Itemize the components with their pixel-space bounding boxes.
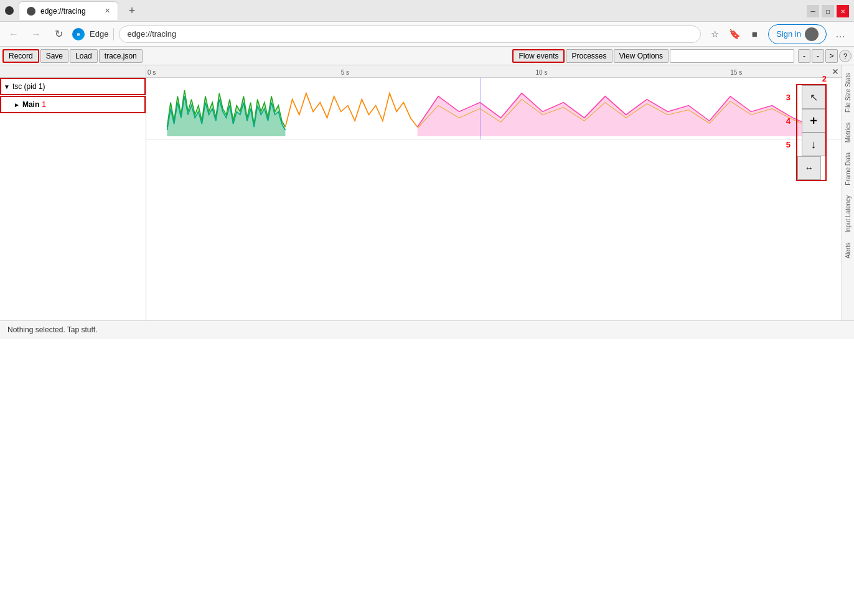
- url-text: edge://tracing: [127, 29, 176, 39]
- sign-in-label: Sign in: [776, 29, 801, 39]
- save-button[interactable]: Save: [40, 49, 68, 63]
- collections-button[interactable]: 🔖: [726, 26, 743, 43]
- reload-button[interactable]: ↻: [50, 26, 67, 43]
- maximize-button[interactable]: □: [822, 5, 834, 17]
- browser-tab[interactable]: edge://tracing ✕: [19, 1, 118, 20]
- right-sidebar: File Size Stats Metrics Frame Data Input…: [842, 65, 854, 320]
- status-bar: Nothing selected. Tap stuff.: [0, 320, 854, 339]
- nav-prev-button[interactable]: -: [798, 49, 810, 63]
- browser-window: edge://tracing ✕ + ─ □ ✕ ← → ↻ e Edge ed…: [0, 0, 854, 616]
- select-mode-button[interactable]: ↖: [802, 85, 825, 109]
- main-content: ▼ tsc (pid 1) ► Main 1 0 s 5 s 10 s 15 s: [0, 65, 854, 320]
- timeline-column: 0 s 5 s 10 s 15 s: [146, 65, 842, 320]
- browser-name-label: Edge: [90, 29, 108, 39]
- window-controls: ─ □ ✕: [807, 5, 849, 17]
- thread-expand-icon: ►: [14, 101, 20, 108]
- bottom-space: [0, 339, 854, 594]
- empty-trace-area: [146, 140, 842, 320]
- search-input[interactable]: [670, 49, 794, 63]
- tick-0s: 0 s: [148, 69, 156, 76]
- url-input[interactable]: edge://tracing: [119, 26, 701, 43]
- tick-5s: 5 s: [341, 69, 349, 76]
- left-panel: ▼ tsc (pid 1) ► Main 1: [0, 65, 146, 320]
- tick-10s: 10 s: [536, 69, 548, 76]
- timeline-ruler: 0 s 5 s 10 s 15 s: [146, 65, 842, 78]
- sign-in-button[interactable]: Sign in: [768, 24, 827, 44]
- number-label-5: 5: [786, 140, 791, 149]
- user-avatar: [805, 27, 819, 41]
- address-divider: [113, 28, 114, 40]
- toolbar-nav: - - >: [798, 49, 838, 63]
- expand-icon: ▼: [4, 83, 10, 90]
- zoom-in-button[interactable]: +: [802, 109, 825, 133]
- address-icons: ☆ 🔖 ■: [706, 26, 763, 43]
- processes-button[interactable]: Processes: [566, 49, 612, 63]
- view-options-button[interactable]: View Options: [614, 49, 669, 63]
- favorites-button[interactable]: ☆: [706, 26, 723, 43]
- load-button[interactable]: Load: [70, 49, 98, 63]
- nav-next-button[interactable]: -: [812, 49, 824, 63]
- forward-button[interactable]: →: [27, 26, 45, 43]
- extensions-button[interactable]: ■: [746, 26, 763, 43]
- controls-overlay: 2 3 ↖ 4 +: [796, 84, 827, 181]
- tab-favicon: [5, 6, 14, 15]
- number-label-4: 4: [786, 116, 791, 126]
- new-tab-button[interactable]: +: [123, 2, 141, 19]
- metrics-tab[interactable]: Metrics: [843, 118, 853, 147]
- edge-logo: e: [72, 28, 85, 40]
- alerts-tab[interactable]: Alerts: [843, 238, 853, 264]
- tab-close-btn[interactable]: ✕: [105, 7, 110, 15]
- flow-events-button[interactable]: Flow events: [512, 49, 565, 63]
- status-message: Nothing selected. Tap stuff.: [7, 325, 97, 334]
- process-row[interactable]: ▼ tsc (pid 1): [0, 78, 146, 95]
- number-label-3: 3: [786, 93, 791, 102]
- tracing-toolbar: Record Save Load trace.json Flow events …: [0, 47, 854, 65]
- input-latency-tab[interactable]: Input Latency: [843, 190, 853, 238]
- thread-label: Main: [22, 100, 39, 109]
- close-button[interactable]: ✕: [837, 5, 849, 17]
- minimize-button[interactable]: ─: [807, 5, 819, 17]
- record-button[interactable]: Record: [2, 49, 39, 63]
- title-bar: edge://tracing ✕ + ─ □ ✕: [0, 0, 854, 22]
- number-label-1: 1: [42, 100, 46, 109]
- timeline-close-button[interactable]: ✕: [829, 65, 842, 78]
- fit-button[interactable]: ↔: [797, 156, 821, 180]
- frame-data-tab[interactable]: Frame Data: [843, 147, 853, 190]
- cursor-line: [480, 78, 481, 139]
- back-button[interactable]: ←: [5, 26, 22, 43]
- trace-visualization: [146, 78, 842, 140]
- thread-row[interactable]: ► Main 1: [0, 96, 146, 113]
- control-group: 3 ↖ 4 + 5: [796, 84, 827, 181]
- process-label: tsc (pid 1): [12, 82, 45, 91]
- address-bar: ← → ↻ e Edge edge://tracing ☆ 🔖 ■ Sign i…: [0, 22, 854, 47]
- tab-title: edge://tracing: [40, 7, 86, 16]
- edge-logo-text: e: [77, 31, 80, 37]
- nav-more-button[interactable]: >: [825, 49, 838, 63]
- number-label-2: 2: [822, 74, 827, 83]
- tab-favicon-inner: [27, 7, 35, 16]
- file-size-stats-tab[interactable]: File Size Stats: [843, 68, 853, 118]
- zoom-out-button[interactable]: ↓: [802, 133, 825, 156]
- tracing-container: Record Save Load trace.json Flow events …: [0, 47, 854, 594]
- tick-15s: 15 s: [730, 69, 742, 76]
- browser-menu-button[interactable]: …: [832, 26, 849, 43]
- help-button[interactable]: ?: [839, 50, 852, 62]
- trace-json-button[interactable]: trace.json: [99, 49, 143, 63]
- trace-svg: [146, 78, 842, 139]
